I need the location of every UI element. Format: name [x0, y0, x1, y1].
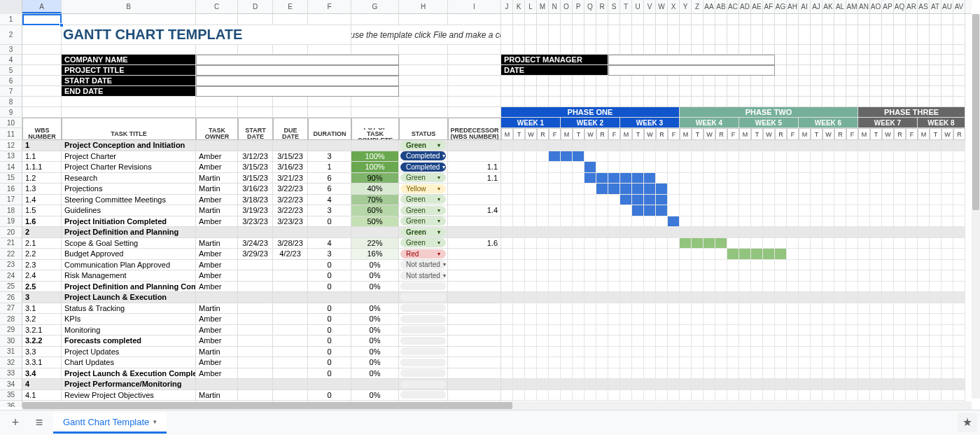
- gantt-cell[interactable]: [561, 390, 573, 401]
- cell-status[interactable]: Green: [399, 195, 448, 206]
- gantt-cell[interactable]: [573, 173, 584, 184]
- gantt-cell[interactable]: [763, 347, 775, 358]
- gantt-cell[interactable]: [537, 173, 549, 184]
- gantt-cell[interactable]: [918, 173, 930, 184]
- cell[interactable]: [906, 55, 918, 65]
- gantt-cell[interactable]: [953, 238, 965, 249]
- cell-wbs[interactable]: 3.2.1: [22, 325, 62, 336]
- column-header-E[interactable]: E: [273, 0, 308, 13]
- cell[interactable]: [656, 86, 668, 97]
- cell[interactable]: [632, 86, 644, 97]
- gantt-cell[interactable]: [501, 216, 513, 228]
- cell[interactable]: [787, 86, 799, 97]
- column-header-Y[interactable]: Y: [680, 0, 692, 13]
- gantt-cell[interactable]: [739, 270, 751, 282]
- cell-start[interactable]: [238, 336, 273, 347]
- cell-owner[interactable]: Amber: [196, 336, 238, 347]
- cell[interactable]: [906, 14, 918, 25]
- cell[interactable]: [596, 86, 608, 97]
- gantt-cell[interactable]: [632, 336, 644, 347]
- cell-title[interactable]: Project Charter Revisions: [62, 162, 196, 173]
- gantt-cell[interactable]: [680, 325, 692, 336]
- cell-owner[interactable]: Amber: [196, 151, 238, 163]
- gantt-cell[interactable]: [870, 390, 882, 401]
- cell[interactable]: [399, 65, 448, 76]
- cell-due[interactable]: [273, 270, 308, 282]
- cell[interactable]: [62, 14, 196, 25]
- cell[interactable]: [238, 45, 273, 55]
- cell[interactable]: [751, 45, 763, 55]
- status-dropdown[interactable]: Green: [400, 173, 446, 182]
- column-header-Z[interactable]: Z: [692, 0, 704, 13]
- gantt-cell[interactable]: [763, 205, 775, 216]
- cell[interactable]: [608, 97, 620, 107]
- gantt-cell[interactable]: [763, 195, 775, 206]
- cell-duration[interactable]: [308, 227, 351, 238]
- gantt-cell[interactable]: [739, 249, 751, 260]
- gantt-cell[interactable]: [608, 249, 620, 260]
- gantt-cell[interactable]: [751, 270, 763, 282]
- gantt-cell[interactable]: [608, 390, 620, 401]
- gantt-cell[interactable]: [715, 205, 727, 216]
- gantt-cell[interactable]: [704, 368, 715, 380]
- gantt-cell[interactable]: [608, 325, 620, 336]
- gantt-cell[interactable]: [739, 195, 751, 206]
- gantt-cell[interactable]: [561, 303, 573, 315]
- gantt-cell[interactable]: [834, 347, 846, 358]
- gantt-cell[interactable]: [941, 162, 953, 173]
- cell-wbs[interactable]: 2.1: [22, 238, 62, 249]
- cell[interactable]: [704, 25, 715, 45]
- row-header-19[interactable]: 19: [0, 216, 22, 228]
- cell[interactable]: [22, 45, 62, 55]
- gantt-cell[interactable]: [941, 173, 953, 184]
- cell-wbs[interactable]: 1: [22, 140, 62, 151]
- cell[interactable]: [787, 55, 799, 65]
- gantt-cell[interactable]: [584, 357, 596, 368]
- gantt-cell[interactable]: [656, 357, 668, 368]
- gantt-cell[interactable]: [763, 303, 775, 315]
- cell[interactable]: [799, 86, 811, 97]
- cell[interactable]: [882, 14, 894, 25]
- status-dropdown[interactable]: Completed: [400, 163, 446, 172]
- column-header-S[interactable]: S: [608, 0, 620, 13]
- cell-start[interactable]: 3/18/23: [238, 195, 273, 206]
- cell[interactable]: [811, 76, 822, 86]
- gantt-cell[interactable]: [584, 205, 596, 216]
- gantt-cell[interactable]: [692, 216, 704, 228]
- cell[interactable]: [62, 97, 196, 107]
- gantt-cell[interactable]: [822, 270, 834, 282]
- cell[interactable]: [727, 45, 739, 55]
- status-dropdown[interactable]: Not started: [400, 271, 446, 280]
- gantt-cell[interactable]: [525, 282, 537, 293]
- gantt-cell[interactable]: [680, 249, 692, 260]
- column-header-T[interactable]: T: [620, 0, 632, 13]
- gantt-cell[interactable]: [620, 282, 632, 293]
- gantt-cell[interactable]: [930, 270, 941, 282]
- row-header-8[interactable]: 8: [0, 97, 22, 107]
- cell[interactable]: [399, 97, 448, 107]
- cell[interactable]: [399, 107, 448, 118]
- gantt-cell[interactable]: [704, 379, 715, 390]
- gantt-cell[interactable]: [692, 336, 704, 347]
- cell[interactable]: [894, 45, 906, 55]
- cell-wbs[interactable]: 4.1: [22, 390, 62, 401]
- gantt-cell[interactable]: [656, 368, 668, 380]
- gantt-cell[interactable]: [941, 292, 953, 303]
- cell[interactable]: [656, 45, 668, 55]
- cell[interactable]: [811, 65, 822, 76]
- gantt-cell[interactable]: [656, 238, 668, 249]
- gantt-cell[interactable]: [846, 368, 858, 380]
- gantt-cell[interactable]: [632, 173, 644, 184]
- gantt-cell[interactable]: [739, 238, 751, 249]
- gantt-cell[interactable]: [692, 173, 704, 184]
- cell[interactable]: [894, 76, 906, 86]
- cell[interactable]: [668, 45, 680, 55]
- cell-status[interactable]: [399, 368, 448, 380]
- gantt-cell[interactable]: [811, 162, 822, 173]
- gantt-cell[interactable]: [870, 238, 882, 249]
- gantt-cell[interactable]: [799, 390, 811, 401]
- gantt-cell[interactable]: [906, 270, 918, 282]
- cell[interactable]: [22, 55, 62, 65]
- gantt-cell[interactable]: [811, 357, 822, 368]
- gantt-cell[interactable]: [787, 303, 799, 315]
